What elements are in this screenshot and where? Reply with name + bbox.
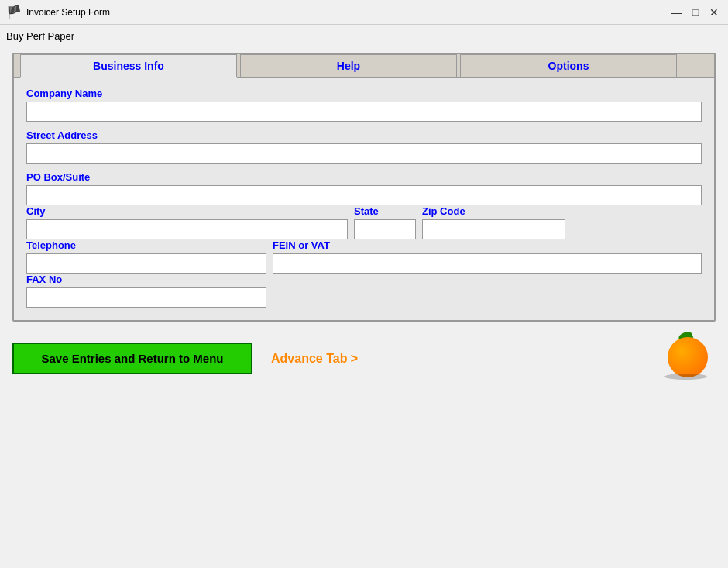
minimize-button[interactable]: — bbox=[669, 5, 685, 20]
city-label: City bbox=[26, 205, 348, 217]
tab-business-info[interactable]: Business Info bbox=[20, 54, 237, 78]
advance-tab-button[interactable]: Advance Tab > bbox=[271, 352, 358, 366]
bottom-bar: Save Entries and Return to Menu Advance … bbox=[0, 328, 728, 389]
form-body: Company Name Street Address PO Box/Suite… bbox=[14, 78, 714, 320]
telephone-fein-row: Telephone FEIN or VAT bbox=[26, 239, 702, 274]
street-address-label: Street Address bbox=[26, 129, 702, 141]
title-bar-left: 🏴 Invoicer Setup Form bbox=[6, 5, 110, 19]
city-input[interactable] bbox=[26, 219, 348, 239]
zip-label: Zip Code bbox=[422, 205, 565, 217]
zip-input[interactable] bbox=[422, 219, 565, 239]
telephone-field-group: Telephone bbox=[26, 239, 266, 274]
tabs-row: Business Info Help Options bbox=[14, 54, 714, 78]
form-panel: Business Info Help Options Company Name … bbox=[12, 53, 716, 322]
state-label: State bbox=[354, 205, 416, 217]
zip-field-group: Zip Code bbox=[422, 205, 565, 239]
fax-input[interactable] bbox=[26, 287, 266, 308]
po-box-input[interactable] bbox=[26, 185, 702, 205]
orange-shadow bbox=[664, 374, 707, 380]
state-input[interactable] bbox=[354, 219, 416, 239]
tab-help[interactable]: Help bbox=[240, 54, 457, 77]
fein-field-group: FEIN or VAT bbox=[273, 239, 702, 274]
tab-options[interactable]: Options bbox=[460, 54, 677, 77]
company-name-label: Company Name bbox=[26, 88, 702, 99]
po-box-label: PO Box/Suite bbox=[26, 171, 702, 183]
main-container: Business Info Help Options Company Name … bbox=[0, 46, 728, 328]
title-bar-controls: — □ ✕ bbox=[669, 5, 722, 20]
city-field-group: City bbox=[26, 205, 348, 239]
fein-label: FEIN or VAT bbox=[273, 239, 702, 251]
save-button[interactable]: Save Entries and Return to Menu bbox=[12, 343, 252, 374]
city-state-zip-row: City State Zip Code bbox=[26, 205, 702, 239]
app-icon: 🏴 bbox=[6, 5, 22, 19]
close-button[interactable]: ✕ bbox=[706, 5, 722, 20]
maximize-button[interactable]: □ bbox=[688, 5, 703, 20]
street-address-input[interactable] bbox=[26, 143, 702, 164]
menu-buy-perf-paper[interactable]: Buy Perf Paper bbox=[6, 30, 74, 42]
fax-field-group: FAX No bbox=[26, 274, 702, 308]
orange-icon bbox=[661, 337, 716, 380]
window-title: Invoicer Setup Form bbox=[26, 7, 110, 18]
menu-bar: Buy Perf Paper bbox=[0, 25, 728, 46]
state-field-group: State bbox=[354, 205, 416, 239]
fax-label: FAX No bbox=[26, 274, 702, 285]
telephone-input[interactable] bbox=[26, 253, 266, 274]
title-bar: 🏴 Invoicer Setup Form — □ ✕ bbox=[0, 0, 728, 25]
company-name-input[interactable] bbox=[26, 102, 702, 122]
telephone-label: Telephone bbox=[26, 239, 266, 251]
orange-circle bbox=[668, 337, 708, 377]
fein-input[interactable] bbox=[273, 253, 702, 274]
